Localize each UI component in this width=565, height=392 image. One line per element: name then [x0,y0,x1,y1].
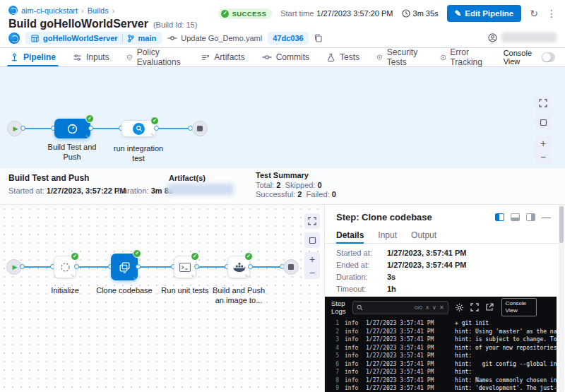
fit-view-button[interactable] [304,232,320,248]
build-tabs: Pipeline Inputs Policy Evaluations Artif… [0,48,565,67]
conditional-execution-icon: ∿ [133,275,136,280]
step-node-build-and-push[interactable]: ✓ ∿ [227,256,250,278]
commit-icon [167,35,177,42]
log-search-box[interactable]: 0/0 ∧ ∨ ✕ [352,301,448,314]
chevron-right-icon: › [81,6,84,15]
tab-artifacts[interactable]: Artifacts [201,48,244,66]
log-line: 6info1/27/2023 3:57:41 PMhint: git confi… [331,360,557,369]
commit-sha[interactable]: 47dc036 [268,32,308,44]
tab-input[interactable]: Input [378,227,397,243]
tab-details[interactable]: Details [336,227,364,243]
success-check-icon: ✓ [191,252,199,261]
tab-tests[interactable]: Tests [326,48,359,66]
breadcrumb-builds[interactable]: Builds [88,6,109,15]
tab-error-tracking[interactable]: Error Tracking [440,48,487,66]
target-icon [440,53,446,62]
log-console: Step Logs 0/0 ∧ ∨ ✕ Console View 1info1/… [325,297,557,392]
tab-policy-evaluations[interactable]: Policy Evaluations [126,48,184,66]
stage-name: Build Test and Push [8,173,89,183]
start-time: Start time 1/27/2023 3:57:20 PM [280,9,393,18]
tab-output[interactable]: Output [411,227,436,243]
step-label[interactable]: Build and Push an image to... [203,285,274,305]
branch-name[interactable]: main [138,34,157,42]
artifact-link-redacted[interactable] [167,184,234,195]
tab-commits[interactable]: Commits [262,48,309,66]
tab-security-tests[interactable]: Security Tests [376,48,423,66]
step-node-run-unit-tests[interactable]: ✓ ∿ [174,256,196,278]
stage-label[interactable]: Build Test and Push [37,142,107,162]
search-next-icon[interactable]: ∨ [432,304,436,311]
search-prev-icon[interactable]: ∧ [425,304,429,311]
conditional-execution-icon: ∿ [85,133,89,138]
divider [122,34,123,42]
tab-inputs[interactable]: Inputs [73,48,109,66]
pencil-icon: ✎ [455,8,462,18]
scrollbar-thumb[interactable] [559,206,564,243]
fit-view-icon [309,237,316,244]
harness-logo-icon [8,6,18,15]
terminal-icon [179,262,191,273]
repo-branch-pill[interactable]: goHelloWorldServer main [25,32,162,44]
step-panel-tabs: Details Input Output [325,227,565,244]
search-close-icon[interactable]: ✕ [439,304,444,311]
vertical-scrollbar[interactable] [559,205,564,392]
stage-node-build-test-and-push[interactable]: ✓ ∿ [54,119,90,138]
refresh-icon[interactable]: ↻ [530,8,538,18]
connector-port [248,264,253,269]
log-line: 1info1/27/2023 3:57:41 PM+ git init [331,319,557,328]
stage-label[interactable]: run integration test [103,143,174,163]
stage-details-bar: Build Test and Push Started at: 1/27/202… [0,168,565,205]
copy-icon[interactable] [314,34,322,42]
step-graph-canvas[interactable]: ▶ ✓ ∿ ✓ ∿ ✓ ∿ ✓ ∿ [0,205,325,392]
commit-icon [262,54,272,61]
log-external-link-icon[interactable] [485,303,494,311]
log-settings-gear-icon[interactable] [455,303,464,312]
step-label[interactable]: Initialize [37,285,93,295]
conditional-execution-icon: ∿ [150,131,154,136]
success-check-icon: ✓ [244,252,253,261]
zoom-in-button[interactable]: + [535,136,551,150]
fullscreen-icon [539,99,547,107]
conditional-execution-icon: ∿ [191,273,194,278]
breadcrumb-project[interactable]: aim-ci-quickstart [21,6,78,15]
log-lines[interactable]: 1info1/27/2023 3:57:41 PM+ git init 2inf… [325,318,557,392]
step-label[interactable]: Clone codebase [89,285,160,295]
log-search-input[interactable] [366,304,412,311]
connector-port [194,264,199,269]
success-check-icon: ✓ [85,114,94,123]
log-line: 5info1/27/2023 3:57:41 PMhint: [331,352,557,360]
success-check-icon: ✓ [133,249,141,258]
clone-codebase-icon [118,261,131,274]
ci-gauge-icon [66,123,78,135]
connector [138,266,174,268]
started-at-label: Started at: [8,186,44,195]
page-header: aim-ci-quickstart › Builds › ✓ SUCCESS S… [0,0,565,48]
clock-icon [402,9,410,18]
step-node-initialize[interactable]: ✓ ∿ [54,256,76,278]
branch-icon [127,35,134,42]
layout-left-icon[interactable] [495,213,504,221]
fit-view-button[interactable] [535,114,551,130]
console-view-toggle[interactable] [542,52,555,62]
edit-pipeline-button[interactable]: ✎ Edit Pipeline [447,5,522,22]
layout-right-icon[interactable] [526,213,535,221]
fit-view-icon [540,119,547,126]
fullscreen-button[interactable] [535,95,551,111]
zoom-out-button[interactable]: − [535,150,551,163]
step-node-clone-codebase[interactable]: ✓ ∿ [111,254,138,280]
log-fullscreen-icon[interactable] [470,303,479,311]
fullscreen-button[interactable] [304,213,320,229]
console-view-button[interactable]: Console View [501,298,537,316]
zoom-in-button[interactable]: + [304,252,320,266]
kebab-menu-icon[interactable]: ⋮ [547,8,557,18]
toggle-knob [542,53,551,61]
repo-name[interactable]: goHelloWorldServer [43,34,118,42]
collapse-panel-icon[interactable]: — [542,213,551,222]
layout-bottom-icon[interactable] [511,213,520,221]
stage-graph-canvas[interactable]: ▶ ✓ ∿ ✓ ∿ Build Test and Push run integr… [0,67,565,168]
zoom-out-button[interactable]: − [304,266,320,279]
tab-pipeline[interactable]: Pipeline [10,48,56,66]
search-match-count: 0/0 [415,304,422,311]
stage-node-run-integration-test[interactable]: ✓ ∿ [121,120,156,137]
chevron-right-icon: › [112,6,115,15]
